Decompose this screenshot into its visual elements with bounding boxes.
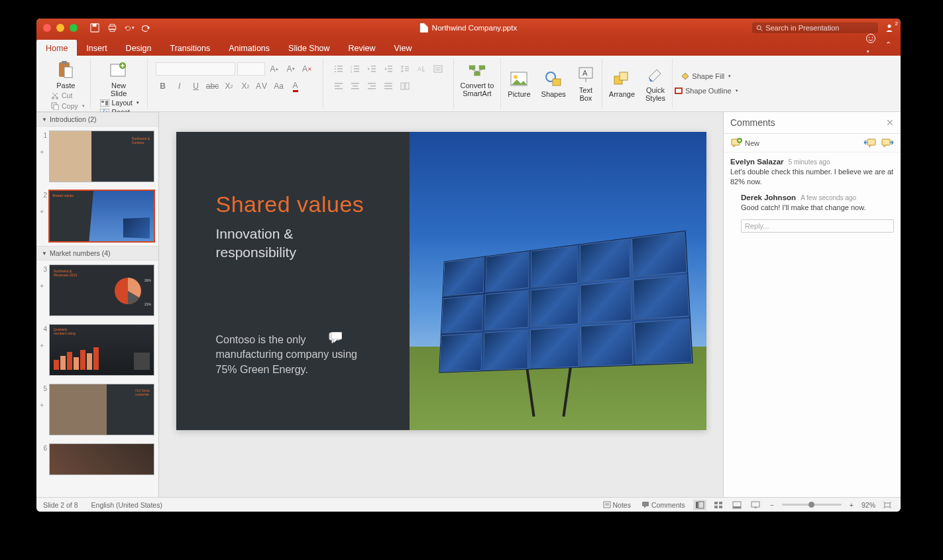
quick-styles-button[interactable]: Quick Styles	[643, 64, 668, 103]
comment-1[interactable]: Evelyn Salazar 5 minutes ago Let's doubl…	[730, 158, 894, 187]
new-comment-button[interactable]: New	[730, 138, 759, 148]
tab-view[interactable]: View	[385, 40, 421, 56]
close-window-button[interactable]	[43, 24, 51, 32]
align-text-button[interactable]	[431, 62, 445, 76]
slide[interactable]: Shared values Innovation & responsibilit…	[176, 132, 706, 430]
thumbnail-2[interactable]: 2✦ Shared values	[36, 186, 158, 246]
zoom-level[interactable]: 92%	[861, 501, 875, 509]
redo-icon[interactable]	[141, 23, 152, 33]
language-indicator[interactable]: English (United States)	[91, 501, 162, 509]
zoom-out-button[interactable]: −	[767, 501, 777, 509]
columns-button[interactable]	[398, 80, 412, 93]
search-box[interactable]	[752, 23, 878, 33]
bold-button[interactable]: B	[156, 80, 170, 93]
clear-formatting-button[interactable]: A✕	[300, 62, 315, 76]
paste-button[interactable]: Paste	[54, 60, 78, 91]
comment-marker-icon[interactable]	[329, 332, 342, 344]
search-input[interactable]	[765, 24, 874, 32]
align-left-button[interactable]	[331, 80, 346, 93]
subscript-button[interactable]: X2	[239, 80, 253, 93]
notes-button[interactable]: Notes	[600, 501, 634, 509]
font-color-button[interactable]: A	[288, 80, 303, 93]
arrange-button[interactable]: Arrange	[606, 68, 638, 99]
sorter-view-button[interactable]	[712, 500, 725, 510]
section-header-intro[interactable]: ▼Introduction (2)	[36, 112, 158, 127]
tab-animations[interactable]: Animations	[219, 40, 279, 56]
zoom-slider[interactable]	[782, 504, 842, 506]
justify-button[interactable]	[381, 80, 396, 93]
slideshow-view-button[interactable]	[749, 500, 762, 510]
zoom-in-button[interactable]: +	[847, 501, 856, 509]
tab-transitions[interactable]: Transitions	[161, 40, 220, 56]
change-case-button[interactable]: Aa	[272, 80, 286, 93]
numbering-button[interactable]: 123	[348, 62, 362, 76]
new-slide-button[interactable]: New Slide	[107, 60, 131, 99]
svg-rect-78	[675, 88, 682, 93]
slide-dark-panel	[176, 132, 410, 430]
slide-subtitle[interactable]: Innovation & responsibility	[216, 225, 296, 262]
layout-button[interactable]: Layout▾	[99, 99, 143, 107]
grow-font-button[interactable]: A▴	[267, 62, 282, 76]
copy-button[interactable]: Copy▾	[50, 101, 86, 111]
print-icon[interactable]	[107, 23, 117, 33]
undo-icon[interactable]: ▾	[124, 23, 135, 33]
decrease-indent-button[interactable]	[364, 62, 379, 76]
tab-home[interactable]: Home	[36, 40, 77, 56]
thumbnail-1[interactable]: 1✦ Northwind &Contoso	[36, 127, 158, 186]
tab-insert[interactable]: Insert	[77, 40, 116, 56]
shrink-font-button[interactable]: A▾	[284, 62, 298, 76]
align-right-button[interactable]	[364, 80, 379, 93]
close-comments-icon[interactable]: ✕	[886, 117, 894, 128]
picture-button[interactable]: Picture	[505, 68, 533, 99]
section-header-market[interactable]: ▼Market numbers (4)	[36, 246, 158, 260]
tab-review[interactable]: Review	[339, 40, 385, 56]
slide-canvas[interactable]: Shared values Innovation & responsibilit…	[159, 112, 723, 497]
textbox-button[interactable]: AText Box	[574, 64, 598, 103]
zoom-window-button[interactable]	[70, 24, 78, 32]
svg-rect-92	[714, 502, 718, 504]
account-icon[interactable]: 2	[885, 23, 894, 32]
thumbnail-3[interactable]: 3✦ Northwind &Revenues 201326%21%	[36, 260, 158, 320]
thumbnail-5[interactable]: 5✦ Our focuscustomer	[36, 380, 158, 439]
prev-comment-button[interactable]	[863, 138, 877, 148]
fit-window-button[interactable]	[881, 500, 894, 510]
feedback-icon[interactable]: ▾	[865, 33, 876, 56]
reading-view-button[interactable]	[730, 500, 744, 510]
comments-toggle-button[interactable]: Comments	[639, 501, 688, 509]
font-family-select[interactable]	[156, 62, 235, 76]
tab-slideshow[interactable]: Slide Show	[279, 40, 339, 56]
align-center-button[interactable]	[348, 80, 362, 93]
tab-design[interactable]: Design	[117, 40, 161, 56]
bullets-button[interactable]	[331, 62, 346, 76]
cut-button[interactable]: Cut	[50, 91, 86, 100]
superscript-button[interactable]: X2	[222, 80, 237, 93]
next-comment-button[interactable]	[881, 138, 894, 148]
save-icon[interactable]	[89, 23, 100, 33]
svg-point-7	[888, 25, 891, 28]
thumbnail-6[interactable]: 6✦	[36, 439, 158, 479]
strikethrough-button[interactable]: abc	[205, 80, 220, 93]
convert-smartart-button[interactable]: Convert to SmartArt	[458, 60, 497, 99]
shape-fill-button[interactable]: Shape Fill▾	[681, 71, 731, 82]
line-spacing-button[interactable]	[398, 62, 412, 76]
shape-outline-button[interactable]: Shape Outline▾	[674, 85, 738, 96]
collapse-ribbon-icon[interactable]: ⌃	[885, 40, 891, 49]
thumbnail-4[interactable]: 4✦ Quarterlynumbers rising	[36, 320, 158, 380]
reply-input[interactable]: Reply...	[741, 219, 894, 233]
underline-button[interactable]: U	[189, 80, 203, 93]
comment-2[interactable]: Derek Johnson A few seconds ago Good cat…	[741, 194, 894, 213]
increase-indent-button[interactable]	[381, 62, 396, 76]
ribbon-tabs: Home Insert Design Transitions Animation…	[36, 37, 901, 56]
comment-time: 5 minutes ago	[789, 158, 830, 166]
normal-view-button[interactable]	[693, 500, 706, 510]
font-size-select[interactable]	[237, 62, 265, 76]
svg-point-14	[52, 97, 54, 99]
svg-rect-39	[354, 71, 359, 72]
italic-button[interactable]: I	[172, 80, 187, 93]
minimize-window-button[interactable]	[56, 24, 64, 32]
shapes-button[interactable]: Shapes	[539, 68, 569, 99]
slide-title[interactable]: Shared values	[216, 192, 364, 217]
char-spacing-button[interactable]: AV	[255, 80, 270, 93]
svg-rect-55	[335, 88, 343, 89]
text-direction-button[interactable]: A	[414, 62, 429, 76]
